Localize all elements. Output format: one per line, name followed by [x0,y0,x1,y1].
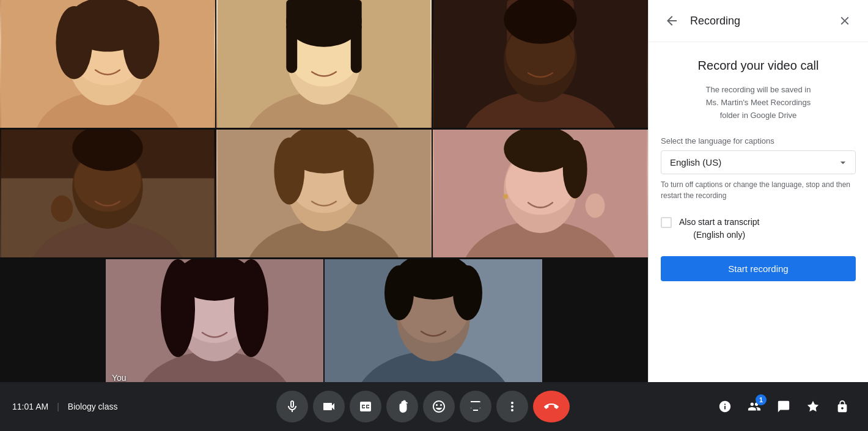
recording-panel: Recording Record your video call The rec… [648,0,868,382]
toolbar-meeting-name: Biology class [68,402,118,411]
toolbar-divider: | [57,402,59,411]
video-cell-8 [325,259,542,382]
microphone-button[interactable] [276,391,308,422]
grid-top [0,0,648,258]
activities-button[interactable] [800,393,826,420]
raise-hand-icon [395,399,410,414]
svg-point-57 [384,265,414,320]
transcript-checkbox[interactable] [661,217,672,228]
svg-point-42 [563,140,587,199]
svg-rect-14 [286,0,361,31]
svg-point-58 [453,265,482,320]
svg-point-43 [586,194,605,218]
more-options-icon [505,399,520,414]
panel-back-button[interactable] [661,10,683,32]
video-cell-3 [433,0,648,128]
people-button[interactable]: 1 [741,393,768,420]
safety-button[interactable] [829,393,856,420]
main-container: You [0,0,868,382]
toolbar-center [276,391,570,422]
you-label: You [112,373,127,382]
panel-main-title: Record your video call [661,57,856,74]
svg-point-39 [503,194,508,199]
back-arrow-icon [664,13,679,28]
video-cell-6 [433,130,648,257]
svg-point-49 [161,259,195,357]
camera-icon [322,399,336,414]
svg-point-27 [51,195,73,222]
toolbar: 11:01 AM | Biology class [0,382,868,431]
activities-icon [806,400,820,413]
grid-bottom: You [0,259,648,382]
toolbar-time: 11:01 AM [12,402,48,411]
captions-button[interactable] [350,391,381,422]
people-count-badge: 1 [756,394,767,405]
toolbar-right: 1 [712,393,856,420]
panel-header: Recording [649,0,868,42]
transcript-label: Also start a transcript(English only) [679,216,760,241]
panel-title: Recording [690,15,826,28]
lock-icon [836,400,849,413]
video-grid: You [0,0,648,382]
svg-point-5 [56,6,92,79]
close-icon [838,14,851,28]
language-hint: To turn off captions or change the langu… [661,179,856,201]
svg-point-50 [234,259,268,357]
toolbar-left: 11:01 AM | Biology class [12,402,134,411]
meeting-info-button[interactable] [712,393,738,420]
raise-hand-button[interactable] [386,391,418,422]
chat-button[interactable] [770,393,797,420]
panel-description: The recording will be saved inMs. Martin… [661,84,856,122]
video-cell-7: You [106,259,323,382]
video-cell-5 [216,130,432,257]
start-recording-button[interactable]: Start recording [661,256,856,281]
language-select[interactable]: English (US) English (UK) Spanish French… [661,150,856,174]
svg-point-6 [123,6,160,79]
svg-point-33 [274,138,304,204]
microphone-icon [285,399,300,414]
end-call-icon [544,399,559,414]
end-call-button[interactable] [533,391,570,422]
panel-close-button[interactable] [834,10,856,32]
emoji-icon [432,399,446,414]
language-section: Select the language for captions English… [661,136,856,201]
camera-button[interactable] [313,391,345,422]
video-cell-4 [0,130,215,257]
transcript-row: Also start a transcript(English only) [661,216,856,241]
info-icon [718,400,732,413]
emoji-button[interactable] [423,391,455,422]
present-icon [468,399,483,414]
video-cell-1 [0,0,215,128]
video-cell-2 [216,0,432,128]
panel-body: Record your video call The recording wil… [649,42,868,296]
present-button[interactable] [460,391,491,422]
svg-point-34 [344,138,374,204]
captions-icon [358,399,373,414]
chat-icon [777,400,790,413]
language-label: Select the language for captions [661,136,856,146]
more-options-button[interactable] [496,391,528,422]
